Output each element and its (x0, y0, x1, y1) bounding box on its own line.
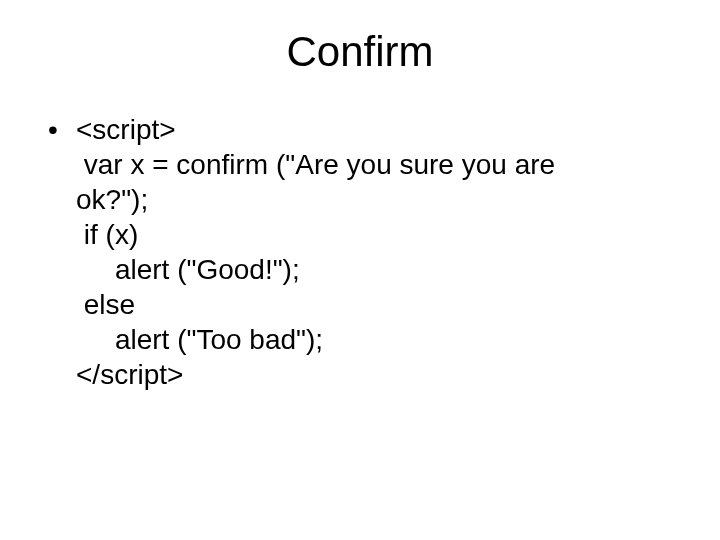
code-line-4: alert ("Good!"); (76, 252, 672, 287)
bullet-item: <script> var x = confirm ("Are you sure … (48, 112, 672, 392)
code-line-1: var x = confirm ("Are you sure you are (76, 147, 672, 182)
code-line-6: alert ("Too bad"); (76, 322, 672, 357)
code-line-7: </script> (76, 357, 672, 392)
slide-title: Confirm (48, 28, 672, 76)
code-line-5: else (76, 287, 672, 322)
code-line-0: <script> (76, 112, 672, 147)
code-line-3: if (x) (76, 217, 672, 252)
bullet-list: <script> var x = confirm ("Are you sure … (48, 112, 672, 392)
code-line-2: ok?"); (76, 182, 672, 217)
slide: Confirm <script> var x = confirm ("Are y… (0, 0, 720, 540)
